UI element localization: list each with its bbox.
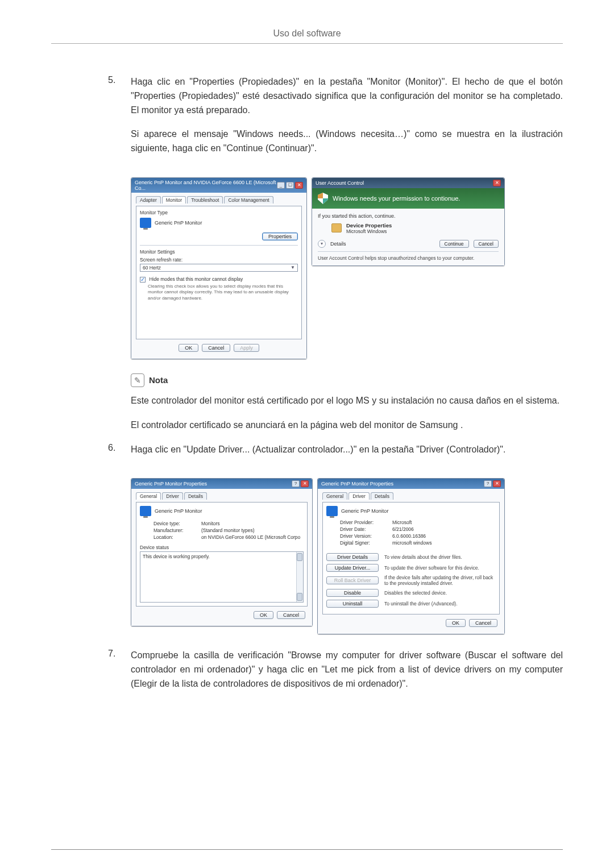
- apply-button[interactable]: Apply: [234, 344, 259, 352]
- device-type-value: Monitors: [201, 521, 220, 526]
- dialog-body: Adapter Monitor Troubleshoot Color Manag…: [131, 193, 306, 359]
- close-button[interactable]: ✕: [493, 480, 501, 487]
- step-paragraph: Si aparece el mensaje "Windows needs... …: [131, 127, 563, 156]
- scrollbar[interactable]: [296, 552, 303, 602]
- window-controls: ? ✕: [484, 480, 501, 487]
- tab-panel: Generic PnP Monitor Device type:Monitors…: [136, 502, 308, 607]
- tab-driver[interactable]: Driver: [349, 492, 370, 500]
- device-type-label: Device type:: [154, 521, 198, 526]
- window-controls: _ ☐ ✕: [277, 182, 303, 189]
- dialog-body: General Driver Details Generic PnP Monit…: [318, 489, 504, 634]
- device-status-label: Device status: [140, 545, 304, 550]
- screenshot-row-2: Generic PnP Monitor Properties ? ✕ Gener…: [131, 478, 563, 634]
- uac-body: If you started this action, continue. De…: [312, 209, 504, 265]
- tab-details[interactable]: Details: [184, 492, 207, 500]
- dialog-titlebar: Generic PnP Monitor Properties ? ✕: [131, 479, 312, 489]
- driver-details-row: Driver Details To view details about the…: [326, 553, 496, 561]
- program-icon: [331, 223, 342, 232]
- hide-modes-checkbox[interactable]: [140, 277, 146, 283]
- cancel-button[interactable]: Cancel: [202, 344, 230, 352]
- uac-actions-row: ▾ Details Continue Cancel: [318, 240, 499, 248]
- note-label: Nota: [149, 375, 168, 385]
- dialog-title: User Account Control: [316, 180, 364, 186]
- driver-version-label: Driver Version:: [340, 533, 389, 539]
- screenshot-row-1: Generic PnP Monitor and NVIDIA GeForce 6…: [131, 177, 563, 359]
- close-button[interactable]: ✕: [493, 180, 501, 186]
- uac-details-link[interactable]: Details: [330, 241, 435, 247]
- ok-button[interactable]: OK: [446, 619, 466, 627]
- rollback-driver-row: Roll Back Driver If the device fails aft…: [326, 575, 496, 586]
- digital-signer-label: Digital Signer:: [340, 540, 389, 546]
- tab-adapter[interactable]: Adapter: [136, 196, 161, 203]
- monitor-type-label: Monitor Type: [140, 210, 298, 215]
- help-button[interactable]: ?: [292, 480, 300, 487]
- tab-driver[interactable]: Driver: [162, 492, 183, 500]
- refresh-rate-select[interactable]: 60 Hertz ▼: [140, 264, 298, 272]
- update-driver-button[interactable]: Update Driver...: [326, 564, 379, 572]
- uninstall-button[interactable]: Uninstall: [326, 600, 379, 608]
- tab-details[interactable]: Details: [371, 492, 393, 500]
- window-controls: ✕: [493, 180, 501, 186]
- monitor-icon: [140, 218, 151, 228]
- page-header: Uso del software: [51, 28, 563, 44]
- close-button[interactable]: ✕: [295, 182, 303, 189]
- device-row: Generic PnP Monitor: [140, 506, 304, 516]
- driver-details-button[interactable]: Driver Details: [326, 553, 379, 561]
- location-value: on NVIDIA GeForce 6600 LE (Microsoft Cor…: [201, 534, 300, 540]
- maximize-button[interactable]: ☐: [286, 182, 294, 189]
- manufacturer-value: (Standard monitor types): [201, 528, 255, 533]
- shield-icon: [318, 193, 328, 204]
- minimize-button[interactable]: _: [277, 182, 285, 189]
- disable-button[interactable]: Disable: [326, 589, 379, 597]
- step-paragraph: Haga clic en "Properties (Propiedades)" …: [131, 75, 563, 117]
- uac-program-name: Device Properties: [346, 222, 392, 229]
- update-driver-row: Update Driver... To update the driver so…: [326, 564, 496, 572]
- cancel-button[interactable]: Cancel: [277, 611, 305, 619]
- driver-provider-label: Driver Provider:: [340, 520, 389, 525]
- close-button[interactable]: ✕: [301, 480, 309, 487]
- dialog-title: Generic PnP Monitor and NVIDIA GeForce 6…: [135, 180, 277, 191]
- spacer: [326, 547, 496, 550]
- tab-color-management[interactable]: Color Management: [224, 196, 273, 203]
- location-label: Location:: [154, 534, 198, 540]
- disable-desc: Disables the selected device.: [384, 590, 496, 596]
- hide-modes-desc: Clearing this check box allows you to se…: [148, 284, 298, 301]
- properties-button[interactable]: Properties: [262, 232, 298, 240]
- divider: [140, 245, 298, 246]
- note-paragraph: Este controlador del monitor está certif…: [131, 394, 563, 408]
- cancel-button[interactable]: Cancel: [474, 240, 499, 248]
- step-6: 6. Haga clic en "Update Driver... (Actua…: [51, 443, 563, 467]
- dialog-titlebar: User Account Control ✕: [312, 178, 504, 188]
- dialog-title: Generic PnP Monitor Properties: [135, 481, 207, 487]
- uac-banner: Windows needs your permission to contion…: [312, 188, 504, 209]
- continue-button[interactable]: Continue: [439, 240, 469, 248]
- note-heading: ✎ Nota: [131, 373, 563, 387]
- tab-general[interactable]: General: [322, 492, 347, 500]
- cancel-button[interactable]: Cancel: [469, 619, 497, 627]
- scroll-up-icon[interactable]: [297, 553, 302, 561]
- driver-provider-value: Microsoft: [392, 520, 412, 525]
- scroll-down-icon[interactable]: [297, 593, 302, 601]
- tab-monitor[interactable]: Monitor: [162, 196, 186, 203]
- ok-button[interactable]: OK: [179, 344, 198, 352]
- dialog-footer-buttons: OK Cancel Apply: [136, 339, 302, 354]
- uac-program-row: Device Properties Microsoft Windows: [331, 222, 499, 234]
- chevron-down-icon[interactable]: ▾: [318, 240, 326, 248]
- device-name: Generic PnP Monitor: [341, 508, 388, 514]
- uac-started-text: If you started this action, continue.: [318, 213, 499, 219]
- help-button[interactable]: ?: [484, 480, 492, 487]
- driver-properties-driver-dialog: Generic PnP Monitor Properties ? ✕ Gener…: [317, 478, 505, 634]
- tab-troubleshoot[interactable]: Troubleshoot: [187, 196, 223, 203]
- digital-signer-value: microsoft windows: [392, 540, 432, 546]
- hide-modes-label: Hide modes that this monitor cannot disp…: [149, 276, 243, 282]
- dialog-titlebar: Generic PnP Monitor Properties ? ✕: [318, 479, 504, 489]
- monitor-icon: [140, 506, 151, 516]
- rollback-driver-button[interactable]: Roll Back Driver: [326, 576, 379, 584]
- tab-general[interactable]: General: [136, 492, 161, 500]
- dialog-title: Generic PnP Monitor Properties: [321, 481, 393, 487]
- monitor-name: Generic PnP Monitor: [155, 220, 202, 226]
- tabs: General Driver Details: [136, 492, 308, 500]
- note-icon: ✎: [131, 373, 144, 387]
- ok-button[interactable]: OK: [254, 611, 273, 619]
- device-fields: Device type:Monitors Manufacturer:(Stand…: [154, 521, 304, 540]
